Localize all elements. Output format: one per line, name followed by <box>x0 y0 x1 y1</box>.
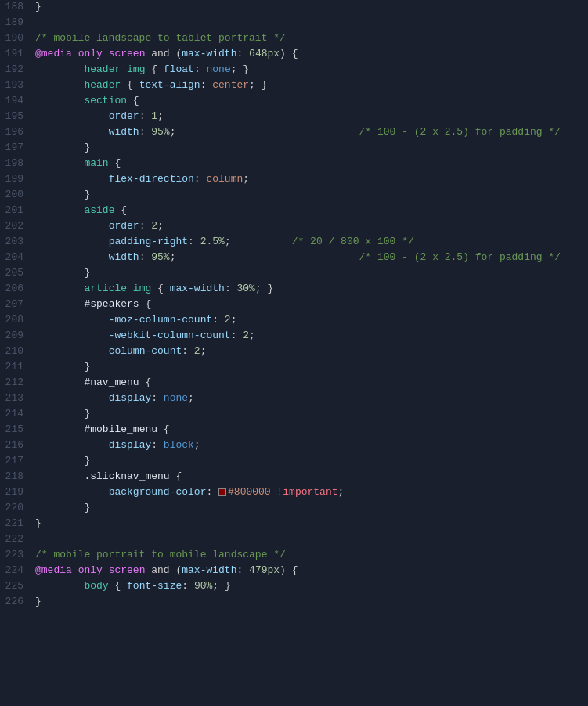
tag-token: header <box>84 63 121 75</box>
at-token: @media <box>35 564 72 576</box>
indent2-token <box>35 298 84 310</box>
tag-token: section <box>84 95 127 106</box>
indent2-token <box>35 142 84 153</box>
line-number: 189 <box>0 16 35 28</box>
number-token: 2 <box>243 330 249 341</box>
plain-token: : <box>151 439 164 451</box>
indent2-token <box>35 79 84 91</box>
code-line: 207 #speakers { <box>0 297 588 313</box>
code-line: 219 background-color: #800000 !important… <box>0 485 588 501</box>
code-line: 203 padding-right: 2.5%; /* 20 / 800 x 1… <box>0 235 588 250</box>
indent2-token <box>35 408 84 420</box>
code-line: 226} <box>0 595 588 611</box>
indent4-token <box>35 251 109 263</box>
tag-token: article <box>84 283 127 294</box>
line-number: 196 <box>0 126 35 138</box>
number-token: 2 <box>151 220 157 232</box>
line-number: 190 <box>0 32 35 44</box>
code-line: 199 flex-direction: column; <box>0 172 588 188</box>
indent2-token <box>35 267 84 279</box>
code-line: 202 order: 2; <box>0 219 588 235</box>
code-line: 204 width: 95%; /* 100 - (2 x 2.5) for p… <box>0 250 588 266</box>
number-token: 95% <box>151 251 169 263</box>
code-line: 200 } <box>0 188 588 204</box>
plain-token: : <box>139 220 152 232</box>
plain-token: : <box>139 251 152 263</box>
line-number: 206 <box>0 283 35 294</box>
line-number: 217 <box>0 455 35 466</box>
plain-token: : <box>206 486 218 498</box>
code-line: 210 column-count: 2; <box>0 344 588 360</box>
indent4-token <box>35 236 109 247</box>
property-token: float <box>164 63 194 75</box>
plain-token <box>72 564 78 576</box>
plain-token: : <box>139 110 152 122</box>
line-number: 197 <box>0 142 35 153</box>
plain-token: : <box>151 392 164 404</box>
block-token: block <box>164 439 194 451</box>
code-line: 208 -moz-column-count: 2; <box>0 313 588 329</box>
code-line: 222 <box>0 532 588 548</box>
line-content: -moz-column-count: 2; <box>35 314 588 326</box>
code-line: 216 display: block; <box>0 438 588 454</box>
code-line: 198 main { <box>0 157 588 172</box>
code-line: 189 <box>0 16 588 31</box>
line-number: 201 <box>0 204 35 216</box>
line-content: @media only screen and (max-width: 479px… <box>35 564 588 576</box>
line-content: section { <box>35 95 588 106</box>
number-token: 479px <box>249 564 280 576</box>
indent4-token <box>35 314 109 326</box>
code-line: 215 #mobile_menu { <box>0 423 588 438</box>
comment-token: /* 20 / 800 x 100 */ <box>292 236 414 247</box>
code-line: 190/* mobile landscape to tablet portrai… <box>0 31 588 47</box>
line-number: 194 <box>0 95 35 106</box>
comment-token: /* mobile landscape to tablet portrait *… <box>35 32 286 44</box>
line-number: 222 <box>0 533 35 545</box>
line-number: 219 <box>0 486 35 498</box>
code-editor: 188}189190/* mobile landscape to tablet … <box>0 0 588 706</box>
plain-token: ; <box>200 345 207 357</box>
line-number: 224 <box>0 564 35 576</box>
number-token: 1 <box>151 110 157 122</box>
line-content: } <box>35 361 588 373</box>
code-line: 218 .slicknav_menu { <box>0 470 588 485</box>
code-line: 191@media only screen and (max-width: 64… <box>0 47 588 63</box>
line-content: aside { <box>35 204 588 216</box>
plain-token: } <box>84 361 90 373</box>
plain-token: : <box>182 580 194 592</box>
plain-token: ) { <box>280 48 298 59</box>
line-number: 195 <box>0 110 35 122</box>
plain-token: { <box>139 298 152 310</box>
tag-token: header <box>84 79 121 91</box>
line-content: order: 1; <box>35 110 588 122</box>
property-token: order <box>109 110 139 122</box>
indent2-token <box>35 470 84 482</box>
line-number: 208 <box>0 314 35 326</box>
center-token: center <box>212 79 249 91</box>
line-number: 202 <box>0 220 35 232</box>
plain-token: { <box>127 95 139 106</box>
plain-token: : <box>212 314 225 326</box>
property-token: width <box>109 251 139 263</box>
line-content: #nav_menu { <box>35 376 588 388</box>
indent2-token <box>35 95 84 106</box>
spaces-token <box>175 126 359 138</box>
indent2-token <box>35 189 84 200</box>
indent4-token <box>35 330 109 341</box>
code-line: 213 display: none; <box>0 391 588 407</box>
plain-token: ; <box>231 314 237 326</box>
line-number: 220 <box>0 502 35 513</box>
indent2-token <box>35 423 84 435</box>
indent2-token <box>35 455 84 466</box>
line-number: 226 <box>0 596 35 607</box>
tag-token: img <box>133 283 151 294</box>
number-token: 90% <box>194 580 212 592</box>
line-content: width: 95%; /* 100 - (2 x 2.5) for paddi… <box>35 251 588 263</box>
plain-token: { <box>109 157 121 169</box>
comment-token: /* mobile portrait to mobile landscape *… <box>35 549 286 560</box>
property-token: -moz-column-count <box>109 314 213 326</box>
plain-token: ; <box>225 236 231 247</box>
id-token: #mobile_menu <box>84 423 157 435</box>
property-token: column-count <box>109 345 182 357</box>
plain-token: ; <box>157 110 164 122</box>
